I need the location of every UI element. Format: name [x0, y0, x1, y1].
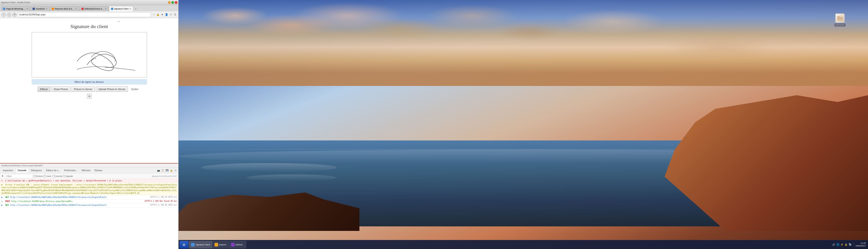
- console-line-3: ✕ POST http://localhost:62206/Save_Pictu…: [0, 199, 178, 204]
- filter-checkbox-journal[interactable]: Journal: [53, 175, 62, 177]
- forward-button[interactable]: ›: [7, 12, 11, 17]
- tab-reponse[interactable]: Réponse dans la discussion... ✕: [50, 6, 79, 11]
- get-icon: ▶: [1, 196, 4, 199]
- cloud-5: [427, 4, 518, 27]
- tab-demarrage[interactable]: Page de démarrage de M... ✕: [1, 6, 30, 11]
- browser-content: --> Signature du client Merci de signer …: [0, 18, 178, 249]
- devtab-inspecteur[interactable]: Inspecteur: [1, 168, 15, 173]
- small-action-button[interactable]: ⊞: [87, 94, 92, 99]
- tab-close-icon[interactable]: ✕: [26, 8, 28, 10]
- console-url: http://localhost:58500/8ec8087a0boc45ac0…: [10, 204, 107, 206]
- upload-picture-server-button[interactable]: Upload Picture to Server: [96, 86, 128, 92]
- maximize-button[interactable]: [171, 1, 174, 4]
- taskbar-btn-signature[interactable]: Signature Client: [189, 241, 212, 248]
- draw-picture-button[interactable]: Draw Picture: [51, 86, 70, 92]
- errors-checkbox[interactable]: [33, 175, 36, 177]
- console-url: http://localhost:62206/Save_Picture.aspx…: [11, 200, 73, 203]
- console-method: GET: [5, 196, 10, 198]
- user-icon[interactable]: 👤: [165, 13, 168, 17]
- devtools-url-bar: localhost:62206/Save_Picture.aspx/Upload…: [0, 163, 178, 167]
- bookmark-icon[interactable]: ☆: [152, 13, 156, 17]
- sign-message-bar: Merci de signer au dessus: [32, 79, 147, 85]
- tab-label: Réponse dans la discussion...: [55, 8, 74, 10]
- cloud-8: [664, 34, 778, 61]
- taskbar-btn-deducti[interactable]: Déducti...: [229, 241, 246, 248]
- devtab-editeur[interactable]: Éditeur de s...: [44, 168, 62, 173]
- console-filter-input[interactable]: [5, 174, 33, 178]
- tab-label: Facebook: [36, 8, 45, 10]
- tray-icon-signal: 📡: [848, 243, 852, 246]
- devtools-panel: localhost:62206/Save_Picture.aspx/Upload…: [0, 163, 178, 249]
- sign-message-text: Merci de signer au dessus: [74, 81, 103, 83]
- devtools-icons: 📷 📋 💾 🔒 ✕: [157, 169, 178, 172]
- journal-checkbox[interactable]: [53, 175, 55, 177]
- tab-close-icon[interactable]: ✕: [75, 8, 77, 10]
- menu-icon[interactable]: ☰: [174, 13, 177, 17]
- tray-icon-network[interactable]: 🌐: [836, 243, 839, 246]
- cloud-6: [495, 23, 563, 41]
- taskbar-btn-icon: [215, 243, 218, 247]
- avert-checkbox[interactable]: [43, 175, 46, 177]
- devtools-tabs: Inspecteur Console Débogueur Éditeur de …: [0, 167, 178, 174]
- page-title: Signature du client: [70, 24, 108, 29]
- filter-checkbox-errors[interactable]: Erreurs: [33, 175, 43, 177]
- tab-facebook[interactable]: Facebook ✕: [31, 6, 50, 11]
- devtools-close-icon[interactable]: ✕: [174, 169, 178, 172]
- filter-checkbox-avert[interactable]: Avert.: [43, 175, 52, 177]
- filter-checkbox-signaler[interactable]: Signaler: [63, 175, 73, 177]
- tab-label: Signature Client: [114, 8, 129, 10]
- tab-close-icon[interactable]: ✕: [129, 8, 131, 10]
- minimize-button[interactable]: [168, 1, 170, 4]
- devtools-camera-icon[interactable]: 📷: [157, 169, 160, 172]
- console-text: Erreur d'analyse XML : aucun élément tro…: [1, 184, 177, 194]
- back-button[interactable]: ‹: [1, 12, 6, 17]
- devtab-memoire[interactable]: Mémoire: [80, 168, 92, 173]
- devtab-console[interactable]: Console: [16, 168, 29, 173]
- start-button[interactable]: ⊞: [180, 241, 188, 249]
- tray-icon-volume[interactable]: 🔊: [832, 243, 835, 246]
- taskbar-btn-icon: [231, 243, 235, 247]
- reload-button[interactable]: ↺: [12, 12, 17, 17]
- console-line-4: ▶ GET http://localhost:58500/8ec8087a0bo…: [0, 203, 178, 207]
- url-field[interactable]: localhost:62206/Sign.aspx: [18, 12, 151, 17]
- signature-canvas[interactable]: [32, 32, 147, 77]
- devtools-content: ✕ L'utilisation de « getPreventDefault()…: [0, 179, 178, 249]
- post-icon: ✕: [1, 200, 4, 203]
- cloud-7: [563, 9, 664, 34]
- devtools-save-icon[interactable]: 💾: [165, 169, 169, 172]
- devtools-toolbar: ▼ Erreurs Avert. Journal Signaler: [0, 174, 178, 179]
- devtools-clipboard-icon[interactable]: 📋: [161, 169, 164, 172]
- signaler-checkbox[interactable]: [63, 175, 65, 177]
- taskbar-btn-explorer[interactable]: explorer: [213, 241, 228, 248]
- picture-to-server-button[interactable]: Picture to Server: [71, 86, 95, 92]
- tray-icon-power: ⚡: [840, 243, 844, 246]
- browser-window: Signature Client - Mozilla Firefox Page …: [0, 0, 179, 249]
- system-tray: 🔊 🌐 ⚡ 🔒 📡 11:29 24/02/2017: [831, 242, 867, 247]
- new-tab-button[interactable]: +: [133, 6, 138, 11]
- tab-close-icon[interactable]: ✕: [105, 8, 107, 10]
- close-button[interactable]: [175, 1, 178, 4]
- tray-icon-lock: 🔒: [844, 243, 848, 246]
- taskbar-btn-label: Déducti...: [236, 244, 244, 246]
- erase-button[interactable]: Effacer: [37, 86, 51, 92]
- error-icon: ✕: [1, 179, 4, 182]
- star-icon[interactable]: ★: [160, 13, 164, 17]
- tab-label: Page de démarrage de M...: [6, 8, 26, 10]
- taskbar-btn-label: explorer: [219, 244, 226, 246]
- console-method: GET: [5, 204, 10, 206]
- devtab-performance[interactable]: Performanc...: [62, 168, 79, 173]
- status-badge: [HTTP/1.1 200 OK 0063 ms]: [150, 204, 177, 206]
- tab-close-icon[interactable]: ✕: [46, 8, 48, 10]
- svg-rect-0: [837, 17, 843, 20]
- desktop-icon-colorsync[interactable]: colorsync: [835, 13, 845, 27]
- quit-button[interactable]: Quitter: [129, 86, 141, 92]
- clock[interactable]: 11:29 24/02/2017: [856, 242, 866, 247]
- tab-debutant[interactable]: [Débutant] Erreur de comp... ✕: [79, 6, 109, 11]
- devtab-debogueur[interactable]: Débogueur: [29, 168, 43, 173]
- tab-signature-client[interactable]: Signature Client ✕: [109, 6, 133, 11]
- tabs-bar: Page de démarrage de M... ✕ Facebook ✕ R…: [0, 5, 178, 11]
- console-text: L'utilisation de « getPreventDefault() »…: [5, 180, 123, 182]
- console-url: http://localhost:58500/8ec8087a0boc45ac0…: [10, 196, 107, 198]
- devtab-reseau[interactable]: Réseau: [93, 168, 104, 173]
- arrow-indicator: -->: [117, 20, 120, 23]
